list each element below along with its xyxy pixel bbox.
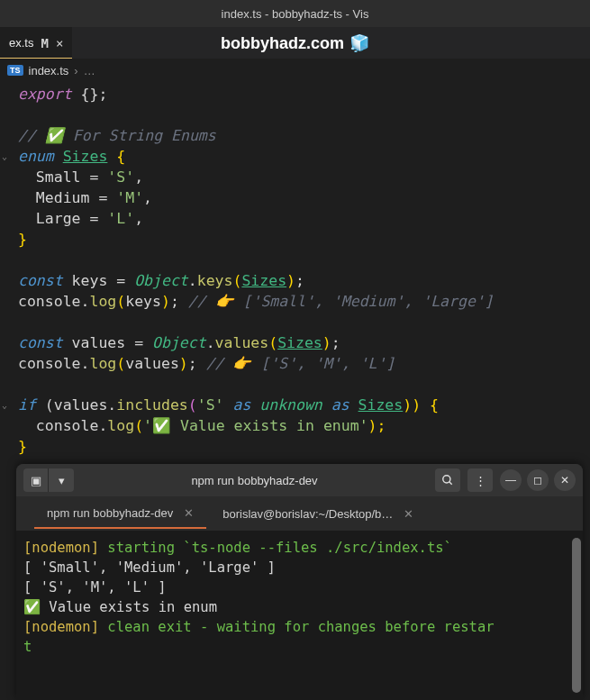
- fold-icon[interactable]: ⌄: [2, 146, 7, 167]
- maximize-button[interactable]: ◻: [527, 469, 549, 491]
- svg-point-0: [443, 476, 450, 483]
- tab-label: ex.ts: [9, 36, 33, 50]
- tab-modified-indicator: M: [41, 36, 48, 50]
- new-tab-button[interactable]: ▣: [23, 468, 49, 492]
- new-tab-dropdown[interactable]: ▾: [49, 468, 74, 492]
- editor-tab[interactable]: ex.ts M ×: [0, 27, 72, 59]
- terminal-header: ▣ ▾ npm run bobbyhadz-dev ⋮ — ◻ ✕: [16, 464, 583, 496]
- cube-icon: 🧊: [349, 33, 369, 53]
- terminal-tab-close-icon[interactable]: ✕: [404, 507, 413, 521]
- menu-button[interactable]: ⋮: [467, 468, 493, 492]
- window-title-bar: index.ts - bobbyhadz-ts - Vis: [0, 0, 590, 27]
- terminal-tab-close-icon[interactable]: ✕: [184, 506, 194, 520]
- breadcrumb-more[interactable]: …: [84, 64, 95, 77]
- minimize-button[interactable]: —: [500, 469, 522, 491]
- search-icon: [441, 474, 454, 486]
- tab-close-icon[interactable]: ×: [56, 36, 63, 50]
- ts-file-icon: TS: [7, 65, 23, 76]
- terminal-tab[interactable]: npm run bobbyhadz-dev ✕: [34, 499, 206, 529]
- breadcrumb-separator: ›: [74, 64, 77, 77]
- terminal-output[interactable]: [nodemon] starting `ts-node --files ./sr…: [16, 531, 583, 700]
- close-button[interactable]: ✕: [554, 469, 576, 491]
- breadcrumb-file[interactable]: index.ts: [29, 64, 69, 77]
- breadcrumb[interactable]: TS index.ts › …: [0, 59, 590, 82]
- watermark: bobbyhadz.com🧊: [221, 33, 369, 53]
- search-button[interactable]: [435, 468, 460, 492]
- terminal-tabs: npm run bobbyhadz-dev ✕ borislav@borisla…: [16, 496, 583, 531]
- svg-line-1: [449, 482, 452, 485]
- terminal-title: npm run bobbyhadz-dev: [81, 474, 428, 487]
- terminal-panel: ▣ ▾ npm run bobbyhadz-dev ⋮ — ◻ ✕ npm ru…: [16, 464, 583, 700]
- terminal-scrollbar[interactable]: [572, 538, 581, 693]
- window-title: index.ts - bobbyhadz-ts - Vis: [222, 7, 369, 21]
- terminal-tab[interactable]: borislav@borislav:~/Desktop/b… ✕: [210, 500, 426, 528]
- code-editor[interactable]: export {}; // ✅ For String Enums ⌄enum S…: [0, 82, 590, 475]
- fold-icon[interactable]: ⌄: [2, 395, 7, 415]
- editor-tab-bar: ex.ts M × bobbyhadz.com🧊: [0, 27, 590, 59]
